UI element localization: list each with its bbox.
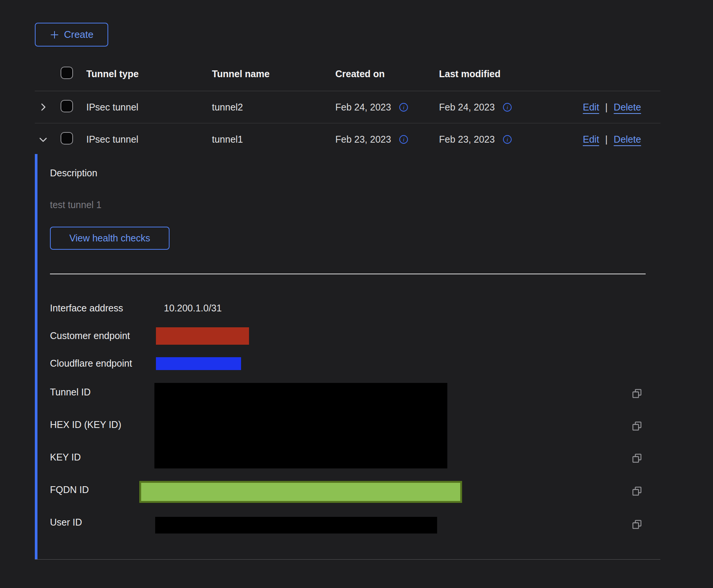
create-button[interactable]: Create — [35, 23, 108, 47]
collapse-row-button[interactable] — [35, 134, 48, 145]
tunnels-page: Create Tunnel type Tunnel name Created o… — [0, 0, 713, 588]
actions-separator: | — [605, 134, 608, 145]
svg-text:i: i — [507, 136, 508, 143]
chevron-down-icon — [38, 134, 48, 145]
edit-link[interactable]: Edit — [583, 134, 599, 145]
last-modified-cell: Feb 24, 2023 — [439, 102, 495, 113]
copy-key-id-button[interactable] — [630, 451, 644, 465]
field-label-key-id: KEY ID — [50, 452, 81, 463]
table-row: IPsec tunnel tunnel1 Feb 23, 2023 i Feb … — [35, 123, 660, 156]
field-label-cloudflare-endpoint: Cloudflare endpoint — [50, 358, 132, 369]
cloudflare-endpoint-redacted-value — [156, 357, 241, 370]
copy-icon — [630, 485, 643, 498]
copy-tunnel-id-button[interactable] — [630, 386, 644, 401]
ids-redacted-value — [154, 383, 447, 468]
svg-text:i: i — [403, 136, 405, 143]
copy-fqdn-id-button[interactable] — [630, 484, 644, 498]
tunnel-details-panel: Description test tunnel 1 View health ch… — [35, 154, 660, 560]
field-label-user-id: User ID — [50, 517, 82, 528]
field-label-fqdn-id: FQDN ID — [50, 484, 89, 495]
row-checkbox[interactable] — [61, 132, 73, 145]
create-button-label: Create — [64, 29, 93, 40]
view-health-checks-button[interactable]: View health checks — [50, 227, 170, 250]
copy-icon — [630, 387, 643, 400]
table-header-row: Tunnel type Tunnel name Created on Last … — [35, 57, 660, 91]
info-icon[interactable]: i — [399, 134, 409, 145]
field-label-customer-endpoint: Customer endpoint — [50, 330, 130, 341]
svg-text:i: i — [507, 104, 508, 110]
plus-icon — [50, 30, 59, 40]
customer-endpoint-redacted-value — [156, 327, 249, 345]
info-icon[interactable]: i — [502, 102, 512, 112]
delete-link[interactable]: Delete — [614, 134, 641, 145]
chevron-right-icon — [38, 102, 48, 112]
tunnel-name-cell: tunnel2 — [212, 102, 335, 113]
description-value: test tunnel 1 — [50, 199, 101, 210]
interface-address-value: 10.200.1.0/31 — [164, 303, 222, 314]
delete-link[interactable]: Delete — [614, 102, 641, 113]
tunnel-type-cell: IPsec tunnel — [86, 102, 212, 113]
user-id-redacted-value — [155, 517, 437, 534]
table-row: IPsec tunnel tunnel2 Feb 24, 2023 i Feb … — [35, 91, 660, 123]
info-icon[interactable]: i — [399, 102, 409, 112]
copy-hex-id-button[interactable] — [630, 419, 644, 433]
col-header-tunnel-name: Tunnel name — [212, 68, 335, 79]
row-checkbox[interactable] — [61, 100, 73, 112]
tunnel-name-cell: tunnel1 — [212, 134, 335, 145]
edit-link[interactable]: Edit — [583, 102, 599, 113]
field-label-tunnel-id: Tunnel ID — [50, 387, 90, 398]
last-modified-cell: Feb 23, 2023 — [439, 134, 495, 145]
svg-text:i: i — [403, 104, 405, 110]
col-header-created-on: Created on — [335, 68, 439, 79]
details-divider — [50, 274, 646, 274]
actions-separator: | — [605, 102, 608, 113]
info-icon[interactable]: i — [502, 134, 512, 145]
field-label-interface-address: Interface address — [50, 303, 123, 314]
created-on-cell: Feb 24, 2023 — [335, 102, 391, 113]
fqdn-id-redacted-value — [139, 481, 462, 503]
copy-user-id-button[interactable] — [630, 517, 644, 532]
col-header-last-modified: Last modified — [439, 68, 583, 79]
description-label: Description — [50, 168, 97, 179]
copy-icon — [630, 518, 643, 531]
tunnel-type-cell: IPsec tunnel — [86, 134, 212, 145]
field-label-hex-id: HEX ID (KEY ID) — [50, 419, 121, 430]
copy-icon — [630, 452, 643, 465]
expand-row-button[interactable] — [35, 102, 48, 112]
created-on-cell: Feb 23, 2023 — [335, 134, 391, 145]
col-header-tunnel-type: Tunnel type — [86, 68, 212, 79]
tunnels-table: Tunnel type Tunnel name Created on Last … — [35, 57, 660, 156]
select-all-checkbox[interactable] — [61, 67, 73, 79]
copy-icon — [630, 420, 643, 432]
